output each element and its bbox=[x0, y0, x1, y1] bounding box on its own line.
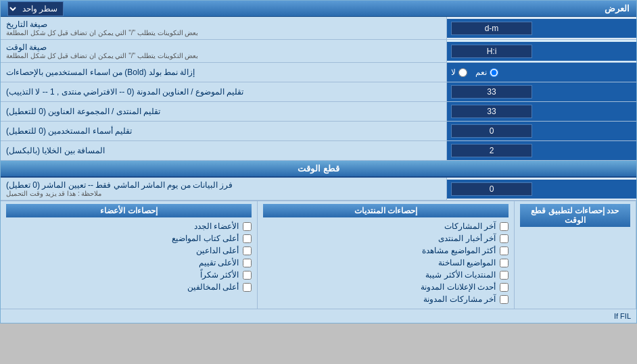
gap-cells-input-wrapper bbox=[447, 141, 636, 160]
date-format-input-wrapper bbox=[447, 19, 636, 38]
stat-checkbox-forum-4[interactable] bbox=[500, 271, 509, 280]
bold-no-label[interactable]: لا bbox=[451, 68, 467, 77]
forum-order-row: تقليم المنتدى / المجموعة العناوين (0 للت… bbox=[1, 102, 636, 122]
stat-item: الأكثر شكراً bbox=[6, 269, 252, 281]
cutoff-input-wrapper bbox=[447, 180, 636, 199]
stat-checkbox-member-2[interactable] bbox=[243, 246, 252, 255]
time-format-label: صيغة الوقت بعض التكوينات يتطلب "/" التي … bbox=[1, 40, 447, 62]
topic-order-input-wrapper bbox=[447, 82, 636, 101]
stat-item: أعلى المخالفين bbox=[6, 281, 252, 293]
stat-checkbox-member-0[interactable] bbox=[243, 222, 252, 231]
stats-col-forums-header: إحصاءات المنتديات bbox=[263, 204, 509, 217]
stat-checkbox-forum-2[interactable] bbox=[500, 246, 509, 255]
stat-checkbox-member-4[interactable] bbox=[243, 271, 252, 280]
bold-yes-label[interactable]: نعم bbox=[475, 68, 498, 77]
stat-checkbox-member-3[interactable] bbox=[243, 259, 252, 267]
stat-item: آخر مشاركات المدونة bbox=[263, 293, 509, 305]
stat-item: أكثر المواضيع مشاهدة bbox=[263, 244, 509, 257]
bold-radio-group: نعم لا bbox=[451, 68, 498, 77]
gap-cells-row: المسافة بين الخلايا (بالبكسل) bbox=[1, 141, 636, 161]
stat-checkbox-forum-5[interactable] bbox=[500, 283, 509, 292]
stat-checkbox-forum-3[interactable] bbox=[500, 259, 509, 267]
bold-remove-input-wrapper: نعم لا bbox=[447, 63, 636, 82]
stats-col-forums: إحصاءات المنتديات آخر المشاركات آخر أخبا… bbox=[258, 201, 515, 309]
bold-remove-row: نعم لا إزالة نمط بولد (Bold) من اسماء ال… bbox=[1, 63, 636, 82]
date-format-input[interactable] bbox=[451, 22, 532, 35]
user-names-label: تقليم أسماء المستخدمين (0 للتعطيل) bbox=[1, 122, 447, 140]
stat-item: أعلى الداعين bbox=[6, 244, 252, 257]
user-names-input[interactable] bbox=[451, 124, 532, 138]
stat-checkbox-forum-0[interactable] bbox=[500, 222, 509, 231]
cutoff-row: فرز البيانات من يوم الماشر الماشي فقط --… bbox=[1, 178, 636, 201]
left-panel-header: حدد إحصاءات لتطبيق قطع الوقت bbox=[520, 204, 630, 227]
header-dropdown-wrapper[interactable]: سطر واحد bbox=[1, 1, 64, 16]
bold-yes-radio[interactable] bbox=[490, 68, 498, 77]
cutoff-section-header: قطع الوقت bbox=[1, 161, 636, 178]
stat-item: المنتديات الأكثر شيبة bbox=[263, 269, 509, 281]
date-format-label: صيغة التاريخ بعض التكوينات يتطلب "/" الت… bbox=[1, 17, 447, 39]
bold-remove-label: إزالة نمط بولد (Bold) من اسماء المستخدمي… bbox=[1, 63, 447, 82]
stats-col-members: إحصاءات الأعضاء الأعضاء الجدد أعلى كتاب … bbox=[1, 201, 258, 309]
header-label: العرض bbox=[64, 3, 636, 14]
time-format-input[interactable] bbox=[451, 45, 532, 58]
bottom-note: If FIL bbox=[1, 309, 636, 323]
time-format-row: صيغة الوقت بعض التكوينات يتطلب "/" التي … bbox=[1, 40, 636, 63]
stats-col-members-header: إحصاءات الأعضاء bbox=[6, 204, 252, 217]
stat-item: الأعضاء الجدد bbox=[6, 220, 252, 232]
stat-checkbox-member-5[interactable] bbox=[243, 283, 252, 292]
stat-item: الأعلى تقييم bbox=[6, 257, 252, 269]
topic-order-row: تقليم الموضوع / العناوين المدونة (0 -- ا… bbox=[1, 82, 636, 102]
main-container: العرض سطر واحد صيغة التاريخ بعض التكوينا… bbox=[0, 0, 637, 323]
cutoff-label: فرز البيانات من يوم الماشر الماشي فقط --… bbox=[1, 178, 447, 200]
stat-item: آخر أخبار المنتدى bbox=[263, 232, 509, 244]
stat-checkbox-forum-1[interactable] bbox=[500, 234, 509, 243]
forum-order-label: تقليم المنتدى / المجموعة العناوين (0 للت… bbox=[1, 102, 447, 121]
user-names-input-wrapper bbox=[447, 122, 636, 140]
stat-checkbox-forum-6[interactable] bbox=[500, 295, 509, 304]
stat-item: أعلى كتاب المواضيع bbox=[6, 232, 252, 244]
bold-no-radio[interactable] bbox=[458, 68, 467, 77]
forum-order-input[interactable] bbox=[451, 105, 532, 118]
cutoff-input[interactable] bbox=[451, 182, 532, 196]
display-dropdown[interactable]: سطر واحد bbox=[7, 1, 64, 16]
stat-item: المواضيع الساخنة bbox=[263, 257, 509, 269]
stat-item: آخر المشاركات bbox=[263, 220, 509, 232]
stat-item: أحدث الإعلانات المدونة bbox=[263, 281, 509, 293]
gap-cells-input[interactable] bbox=[451, 144, 532, 157]
stat-checkbox-member-1[interactable] bbox=[243, 234, 252, 243]
stats-section: حدد إحصاءات لتطبيق قطع الوقت إحصاءات الم… bbox=[1, 201, 636, 309]
topic-order-input[interactable] bbox=[451, 85, 532, 99]
time-format-input-wrapper bbox=[447, 42, 636, 61]
left-panel: حدد إحصاءات لتطبيق قطع الوقت bbox=[515, 201, 636, 309]
header-row: العرض سطر واحد bbox=[1, 1, 636, 17]
gap-cells-label: المسافة بين الخلايا (بالبكسل) bbox=[1, 141, 447, 160]
forum-order-input-wrapper bbox=[447, 102, 636, 121]
user-names-row: تقليم أسماء المستخدمين (0 للتعطيل) bbox=[1, 122, 636, 141]
date-format-row: صيغة التاريخ بعض التكوينات يتطلب "/" الت… bbox=[1, 17, 636, 40]
topic-order-label: تقليم الموضوع / العناوين المدونة (0 -- ا… bbox=[1, 82, 447, 101]
